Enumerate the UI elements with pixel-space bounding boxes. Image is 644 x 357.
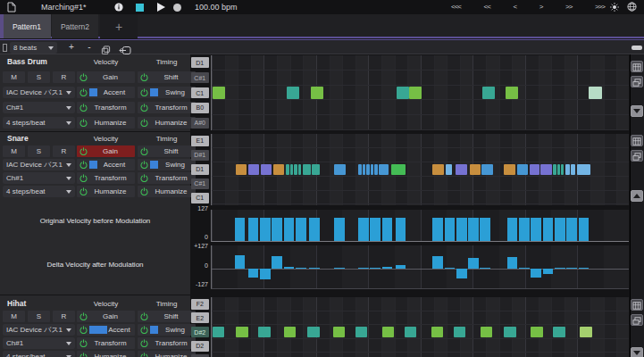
note-cell[interactable] xyxy=(431,327,444,337)
delta-graph[interactable] xyxy=(211,245,629,289)
layers-button-hihat[interactable] xyxy=(631,314,643,326)
expand-button-hihat[interactable] xyxy=(631,347,643,357)
note-cell[interactable] xyxy=(589,87,602,98)
velocity-graph[interactable] xyxy=(211,210,629,242)
midi-channel-dropdown-bass-drum[interactable]: Ch#1 xyxy=(3,102,75,113)
delta-bar[interactable] xyxy=(445,268,456,270)
bass-drum-velocity-transform-button[interactable]: Transform xyxy=(77,102,135,113)
power-icon[interactable] xyxy=(79,119,88,127)
velocity-bar[interactable] xyxy=(531,218,541,241)
note-cell[interactable] xyxy=(358,164,362,175)
power-icon[interactable] xyxy=(79,187,88,195)
note-cell[interactable] xyxy=(446,164,452,175)
record-arm-button-bass-drum[interactable]: R xyxy=(53,71,75,83)
note-label-d#2[interactable]: D#2 xyxy=(191,327,209,337)
delta-bar[interactable] xyxy=(284,267,295,269)
velocity-bar[interactable] xyxy=(382,218,393,241)
mute-button-hihat[interactable]: M xyxy=(3,311,25,322)
note-cell[interactable] xyxy=(382,327,395,337)
step-grid-bass-drum[interactable] xyxy=(211,55,629,130)
power-icon[interactable] xyxy=(79,104,88,112)
delta-bar[interactable] xyxy=(566,268,577,270)
power-icon[interactable] xyxy=(79,353,88,357)
color-swatch[interactable] xyxy=(150,326,158,334)
midi-channel-dropdown-hihat[interactable]: Ch#1 xyxy=(3,337,75,349)
hihat-timing-swing-button[interactable]: Swing xyxy=(138,324,196,336)
note-label-d1[interactable]: D1 xyxy=(191,164,209,175)
hihat-velocity-gain-button[interactable]: Gain xyxy=(77,311,135,322)
midi-device-dropdown-snare[interactable]: IAC Device バス1 xyxy=(3,159,75,170)
mute-button-snare[interactable]: M xyxy=(3,145,25,157)
solo-button-snare[interactable]: S xyxy=(28,145,50,157)
note-cell[interactable] xyxy=(432,164,444,175)
power-icon[interactable] xyxy=(140,88,148,96)
note-cell[interactable] xyxy=(290,164,294,175)
power-icon[interactable] xyxy=(79,161,88,169)
note-label-d1[interactable]: D1 xyxy=(191,57,209,68)
power-icon[interactable] xyxy=(79,88,88,96)
layers-button-snare[interactable] xyxy=(631,150,643,162)
step-grid-snare[interactable] xyxy=(211,134,629,205)
snare-velocity-transform-button[interactable]: Transform xyxy=(77,172,135,184)
note-cell[interactable] xyxy=(284,327,297,337)
note-cell[interactable] xyxy=(557,164,561,175)
step-grid-hihat[interactable] xyxy=(211,297,629,357)
delta-bar[interactable] xyxy=(555,268,565,270)
note-cell[interactable] xyxy=(374,164,378,175)
note-cell[interactable] xyxy=(571,164,575,175)
bass-drum-timing-transform-button[interactable]: Transform xyxy=(138,102,196,113)
note-cell[interactable] xyxy=(333,327,346,337)
note-cell[interactable] xyxy=(530,164,540,175)
velocity-bar[interactable] xyxy=(456,218,467,241)
grid-view-button-bass-drum[interactable] xyxy=(631,61,643,72)
delta-bar[interactable] xyxy=(396,265,406,269)
velocity-bar[interactable] xyxy=(468,218,479,241)
velocity-bar[interactable] xyxy=(543,218,554,241)
velocity-bar[interactable] xyxy=(296,218,306,241)
velocity-bar[interactable] xyxy=(235,218,246,241)
midi-device-dropdown-hihat[interactable]: IAC Device バス1 xyxy=(3,324,75,336)
note-cell[interactable] xyxy=(481,327,493,337)
delta-bar[interactable] xyxy=(507,257,518,269)
steps-per-beat-dropdown-hihat[interactable]: 4 steps/beat xyxy=(3,351,75,357)
power-icon[interactable] xyxy=(79,147,88,155)
snare-timing-transform-button[interactable]: Transform xyxy=(138,172,196,184)
note-cell[interactable] xyxy=(287,87,299,98)
delta-bar[interactable] xyxy=(543,269,554,274)
delta-bar[interactable] xyxy=(309,268,320,270)
delta-bar[interactable] xyxy=(468,258,479,269)
power-icon[interactable] xyxy=(140,104,148,112)
hihat-velocity-transform-button[interactable]: Transform xyxy=(77,337,135,349)
note-label-e1[interactable]: E1 xyxy=(191,136,209,146)
note-cell[interactable] xyxy=(261,164,272,175)
power-icon[interactable] xyxy=(140,161,148,169)
note-cell[interactable] xyxy=(213,87,225,98)
delta-bar[interactable] xyxy=(370,268,381,270)
note-cell[interactable] xyxy=(454,327,466,337)
note-label-d#1[interactable]: D#1 xyxy=(191,150,209,161)
collapse-button-snare[interactable] xyxy=(631,190,643,202)
delta-bar[interactable] xyxy=(456,269,467,278)
velocity-bar[interactable] xyxy=(334,218,345,241)
midi-device-dropdown-bass-drum[interactable]: IAC Device バス1 xyxy=(3,87,75,98)
note-cell[interactable] xyxy=(540,164,552,175)
note-cell[interactable] xyxy=(311,87,323,98)
power-icon[interactable] xyxy=(79,326,88,334)
hihat-timing-transform-button[interactable]: Transform xyxy=(138,337,196,349)
color-swatch[interactable] xyxy=(89,326,107,334)
note-cell[interactable] xyxy=(391,164,406,175)
velocity-bar[interactable] xyxy=(309,218,320,241)
snare-velocity-gain-button[interactable]: Gain xyxy=(77,145,135,157)
note-cell[interactable] xyxy=(366,164,370,175)
delta-bar[interactable] xyxy=(235,255,246,269)
layers-button-bass-drum[interactable] xyxy=(631,76,643,87)
note-cell[interactable] xyxy=(482,87,495,98)
note-cell[interactable] xyxy=(561,164,564,175)
delta-bar[interactable] xyxy=(248,269,259,278)
power-icon[interactable] xyxy=(140,119,148,127)
note-cell[interactable] xyxy=(409,87,422,98)
velocity-bar[interactable] xyxy=(396,218,406,241)
snare-velocity-humanize-button[interactable]: Humanize xyxy=(77,186,135,197)
delta-bar[interactable] xyxy=(579,268,590,270)
bass-drum-velocity-accent-button[interactable]: Accent xyxy=(77,87,135,98)
